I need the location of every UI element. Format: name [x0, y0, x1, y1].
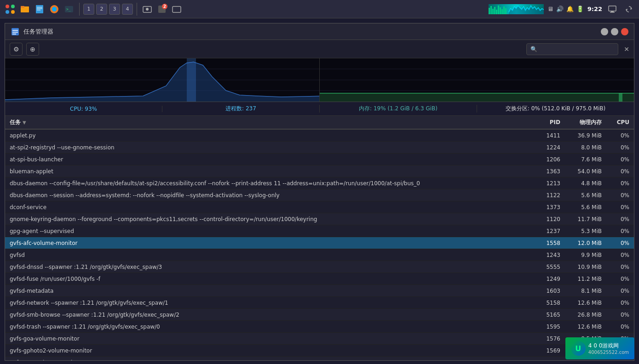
- close-button[interactable]: [621, 28, 628, 35]
- workspace-4-btn[interactable]: 4: [122, 4, 133, 15]
- minimize-button[interactable]: [601, 28, 608, 35]
- pid-cell: 1120: [528, 216, 565, 222]
- pid-cell: 1603: [528, 288, 565, 294]
- svg-marker-45: [320, 93, 634, 102]
- settings-button[interactable]: ⚙: [10, 43, 23, 56]
- table-row[interactable]: at-spi-bus-launcher12067.6 MiB0%: [5, 154, 634, 165]
- table-row[interactable]: gvfsd-fuse /run/user/1000/gvfs -f124911.…: [5, 273, 634, 285]
- screenshot-icon[interactable]: [141, 3, 154, 16]
- svg-point-1: [11, 5, 15, 8]
- maximize-button[interactable]: [611, 28, 618, 35]
- svg-text:>_: >_: [66, 7, 71, 11]
- svg-point-0: [6, 5, 9, 8]
- table-row[interactable]: gvfsd-metadata16038.1 MiB0%: [5, 285, 634, 297]
- table-row[interactable]: blueman-applet136354.0 MiB0%: [5, 165, 634, 177]
- process-table: 任务 ▼ PID 物理内存 CPU applet.py141136.9 MiB0…: [5, 116, 634, 360]
- task-cell: gvfs-afc-volume-monitor: [5, 240, 528, 246]
- table-row[interactable]: gvfs-mtp-volume-monitor: [5, 357, 634, 360]
- files-icon[interactable]: [33, 3, 46, 16]
- task-cell: gvfsd-fuse /run/user/1000/gvfs -f: [5, 276, 528, 282]
- memory-column-header[interactable]: 物理内存: [565, 119, 606, 126]
- memory-cell: 9.9 MiB: [565, 252, 606, 258]
- window-switcher-icon[interactable]: [170, 3, 183, 16]
- table-row[interactable]: at-spi2-registryd --use-gnome-session122…: [5, 142, 634, 154]
- cpu-cell: 0%: [606, 216, 634, 222]
- memory-cell: 8.0 MiB: [565, 144, 606, 151]
- terminal-icon[interactable]: >_: [63, 3, 75, 16]
- svg-rect-8: [37, 8, 42, 9]
- table-row[interactable]: gvfsd-trash --spawner :1.21 /org/gtk/gvf…: [5, 321, 634, 333]
- file-manager-icon[interactable]: [18, 3, 31, 16]
- svg-rect-40: [187, 58, 196, 102]
- volume-icon[interactable]: 🔊: [556, 6, 564, 12]
- memory-graph: [320, 58, 634, 102]
- pid-cell: 5555: [528, 264, 565, 270]
- watermark-logo: U 4 0 0游戏网 4006525522.com: [571, 341, 629, 356]
- table-row[interactable]: gvfsd-smb-browse --spawner :1.21 /org/gt…: [5, 309, 634, 321]
- pid-cell: 1206: [528, 156, 565, 163]
- pid-cell: 1249: [528, 276, 565, 282]
- app-launcher-icon[interactable]: [4, 3, 17, 16]
- cpu-column-header[interactable]: CPU: [606, 119, 634, 125]
- table-row[interactable]: gvfsd-network --spawner :1.21 /org/gtk/g…: [5, 297, 634, 309]
- svg-rect-27: [505, 8, 507, 14]
- table-row[interactable]: dbus-daemon --config-file=/usr/share/def…: [5, 177, 634, 189]
- cpu-cell: 0%: [606, 264, 634, 270]
- workspace-3-btn[interactable]: 3: [109, 4, 120, 15]
- svg-rect-33: [12, 32, 18, 33]
- tray-icons: 🖥 🔊 🔔 🔋: [547, 6, 584, 12]
- table-row[interactable]: gvfsd-dnssd --spawner :1.21 /org/gtk/gvf…: [5, 261, 634, 273]
- table-body: applet.py141136.9 MiB0%at-spi2-registryd…: [5, 130, 634, 360]
- pid-cell: 1411: [528, 132, 565, 139]
- svg-rect-7: [37, 7, 42, 8]
- svg-point-11: [52, 7, 57, 11]
- cpu-cell: 0%: [606, 168, 634, 175]
- task-cell: applet.py: [5, 132, 528, 139]
- window-controls: [601, 28, 628, 35]
- search-clear-button[interactable]: ✕: [624, 46, 629, 53]
- table-row[interactable]: applet.py141136.9 MiB0%: [5, 130, 634, 142]
- cpu-cell: 0%: [606, 324, 634, 330]
- svg-rect-5: [21, 6, 24, 8]
- table-row[interactable]: gvfsd12439.9 MiB0%: [5, 249, 634, 261]
- table-row[interactable]: gvfs-gphoto2-volume-monitor15698.6 MiB0%: [5, 345, 634, 357]
- task-cell: gnome-keyring-daemon --foreground --comp…: [5, 216, 528, 222]
- table-row[interactable]: gvfs-afc-volume-monitor155812.0 MiB0%: [5, 237, 634, 249]
- battery-icon[interactable]: 🔋: [576, 6, 584, 12]
- refresh-icon[interactable]: [622, 3, 635, 16]
- memory-cell: 5.6 MiB: [565, 192, 606, 199]
- svg-rect-23: [498, 6, 499, 14]
- table-row[interactable]: gpg-agent --supervised12375.3 MiB0%: [5, 225, 634, 237]
- pid-column-header[interactable]: PID: [528, 119, 565, 125]
- memory-cell: 7.6 MiB: [565, 156, 606, 163]
- display-icon[interactable]: 🖥: [547, 6, 553, 12]
- task-cell: gvfs-goa-volume-monitor: [5, 336, 528, 342]
- remote-desktop-icon[interactable]: [606, 3, 619, 16]
- search-box[interactable]: 🔍: [526, 43, 618, 55]
- table-row[interactable]: dbus-daemon --session --address=systemd:…: [5, 189, 634, 201]
- table-row[interactable]: gnome-keyring-daemon --foreground --comp…: [5, 213, 634, 225]
- workspace-2-btn[interactable]: 2: [96, 4, 107, 15]
- svg-rect-6: [36, 5, 43, 13]
- svg-rect-20: [492, 9, 494, 14]
- table-row[interactable]: dconf-service13735.6 MiB0%: [5, 201, 634, 213]
- cpu-cell: 0%: [606, 180, 634, 187]
- add-button[interactable]: ⊕: [26, 43, 39, 56]
- workspace-1-btn[interactable]: 1: [83, 4, 94, 15]
- memory-cell: 5.6 MiB: [565, 204, 606, 210]
- cpu-cell: 0%: [606, 192, 634, 199]
- toolbar: ⚙ ⊕ 🔍 ✕: [5, 40, 634, 58]
- cpu-cell: 0%: [606, 132, 634, 139]
- firefox-icon[interactable]: [48, 3, 61, 16]
- network-icon[interactable]: 🔔: [566, 6, 574, 12]
- pid-cell: 1576: [528, 336, 565, 342]
- task-column-header[interactable]: 任务 ▼: [5, 119, 528, 126]
- task-manager-window: 任务管理器 ⚙ ⊕ 🔍 ✕: [5, 23, 634, 361]
- pid-cell: 1122: [528, 192, 565, 199]
- notification-badge-icon[interactable]: 2: [155, 3, 168, 16]
- watermark-site-name: 4 0 0游戏网: [588, 342, 629, 350]
- table-row[interactable]: gvfs-goa-volume-monitor15768.5 MiB0%: [5, 333, 634, 345]
- cpu-cell: 0%: [606, 300, 634, 306]
- cpu-cell: 0%: [606, 276, 634, 282]
- search-input[interactable]: [540, 46, 614, 52]
